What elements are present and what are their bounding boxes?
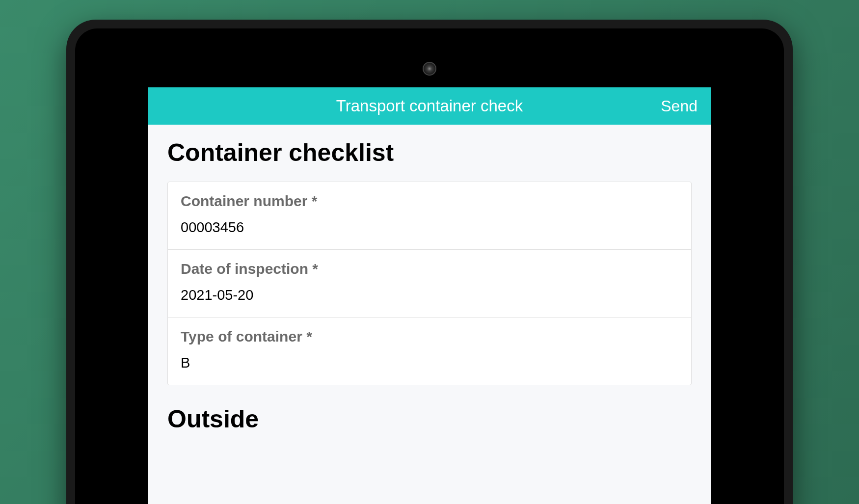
type-of-container-field[interactable]: Type of container * B [168, 318, 691, 385]
field-value: 00003456 [181, 219, 678, 236]
field-label: Container number * [181, 193, 678, 210]
app-screen: Transport container check Send Container… [148, 87, 711, 504]
screen-container: Transport container check Send Container… [75, 87, 784, 504]
tablet-device-frame: Transport container check Send Container… [66, 20, 793, 504]
date-of-inspection-field[interactable]: Date of inspection * 2021-05-20 [168, 250, 691, 318]
field-value: B [181, 355, 678, 371]
send-button[interactable]: Send [661, 97, 698, 115]
page-title: Container checklist [167, 138, 692, 167]
app-header: Transport container check Send [148, 87, 711, 125]
form-card: Container number * 00003456 Date of insp… [167, 182, 692, 385]
field-value: 2021-05-20 [181, 287, 678, 303]
content-area: Container checklist Container number * 0… [148, 125, 711, 433]
camera-icon [423, 62, 436, 76]
field-label: Date of inspection * [181, 261, 678, 277]
section-title-outside: Outside [167, 405, 692, 433]
header-title: Transport container check [336, 97, 523, 115]
container-number-field[interactable]: Container number * 00003456 [168, 182, 691, 250]
field-label: Type of container * [181, 328, 678, 345]
tablet-bezel: Transport container check Send Container… [75, 28, 784, 504]
